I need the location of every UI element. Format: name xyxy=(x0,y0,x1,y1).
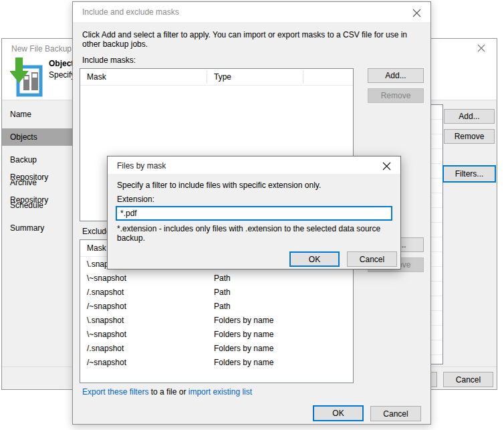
sidebar-item-summary[interactable]: Summary xyxy=(2,219,76,237)
ok-button[interactable]: OK xyxy=(289,251,340,267)
exclude-rows: \.snapshot Path \~snapshot Path /.snapsh… xyxy=(80,257,353,369)
extension-hint-text: *.extension - includes only files with .… xyxy=(117,224,395,243)
cancel-button[interactable]: Cancel xyxy=(370,406,421,421)
table-row[interactable]: /.snapshot Folders by name xyxy=(80,341,353,355)
mask-cell: \~snapshot xyxy=(80,274,207,283)
mask-cell: /.snapshot xyxy=(80,344,207,353)
sidebar-item-backup-repository[interactable]: Backup Repository xyxy=(2,151,76,169)
ok-button[interactable]: OK xyxy=(313,405,364,421)
sidebar-item-archive-repository[interactable]: Archive Repository xyxy=(2,174,76,191)
mask-cell: /.snapshot xyxy=(80,288,207,297)
table-row[interactable]: \~snapshot Folders by name xyxy=(80,327,353,341)
cancel-button[interactable]: Cancel xyxy=(347,251,397,267)
type-cell: Path xyxy=(207,302,353,311)
sidebar-item-objects[interactable]: Objects xyxy=(2,128,76,146)
files-dialog-title: Files by mask xyxy=(117,161,166,171)
remove-button[interactable]: Remove xyxy=(444,129,495,144)
mask-cell: \.snapshot xyxy=(80,316,207,325)
mask-cell: /~snapshot xyxy=(80,358,207,367)
import-list-link[interactable]: import existing list xyxy=(188,387,252,397)
files-dialog-description: Specify a filter to include files with s… xyxy=(117,181,321,190)
masks-intro-text: Click Add and select a filter to apply. … xyxy=(82,30,422,49)
backup-objects-list[interactable] xyxy=(430,104,443,364)
file-backup-icon xyxy=(10,58,45,98)
table-row[interactable]: /~snapshot Folders by name xyxy=(80,355,353,369)
filters-footer-line: Export these filters to a file or import… xyxy=(82,387,252,397)
include-add-button[interactable]: Add... xyxy=(368,68,424,83)
type-cell: Path xyxy=(207,288,353,297)
footer-middle-text: to a file or xyxy=(148,387,188,397)
mask-cell: /~snapshot xyxy=(80,302,207,311)
include-remove-button: Remove xyxy=(368,88,424,103)
column-header-mask[interactable]: Mask xyxy=(80,70,207,84)
list-header: Mask Type xyxy=(80,69,353,86)
column-header-type[interactable]: Type xyxy=(207,70,303,84)
masks-dialog-title: Include and exclude masks xyxy=(82,7,179,17)
extension-input[interactable] xyxy=(116,206,392,221)
table-row[interactable]: \~snapshot Path xyxy=(80,271,353,285)
type-cell: Path xyxy=(207,274,353,283)
table-row[interactable]: /.snapshot Path xyxy=(80,285,353,299)
sidebar-item-schedule[interactable]: Schedule xyxy=(2,197,76,214)
include-masks-label: Include masks: xyxy=(82,56,136,65)
step-subtitle: Specify xyxy=(49,70,75,80)
desktop: New File Backup Job Objects Specify Name… xyxy=(0,0,504,430)
filters-button[interactable]: Filters... xyxy=(443,165,496,183)
close-icon[interactable] xyxy=(376,158,396,173)
sidebar-item-name[interactable]: Name xyxy=(2,106,76,123)
type-cell: Folders by name xyxy=(207,358,353,367)
cancel-button[interactable]: Cancel xyxy=(443,372,493,387)
type-cell: Folders by name xyxy=(207,330,353,339)
close-icon[interactable] xyxy=(406,5,426,20)
files-by-mask-dialog: Files by mask Specify a filter to includ… xyxy=(107,156,401,270)
column-header-spacer xyxy=(303,70,353,84)
close-icon[interactable] xyxy=(471,41,491,56)
add-button[interactable]: Add... xyxy=(444,109,495,124)
type-cell: Folders by name xyxy=(207,316,353,325)
type-cell: Folders by name xyxy=(207,344,353,353)
table-row[interactable]: /~snapshot Path xyxy=(80,299,353,313)
extension-label: Extension: xyxy=(117,195,154,204)
export-filters-link[interactable]: Export these filters xyxy=(82,387,148,397)
table-row[interactable]: \.snapshot Folders by name xyxy=(80,313,353,327)
mask-cell: \~snapshot xyxy=(80,330,207,339)
